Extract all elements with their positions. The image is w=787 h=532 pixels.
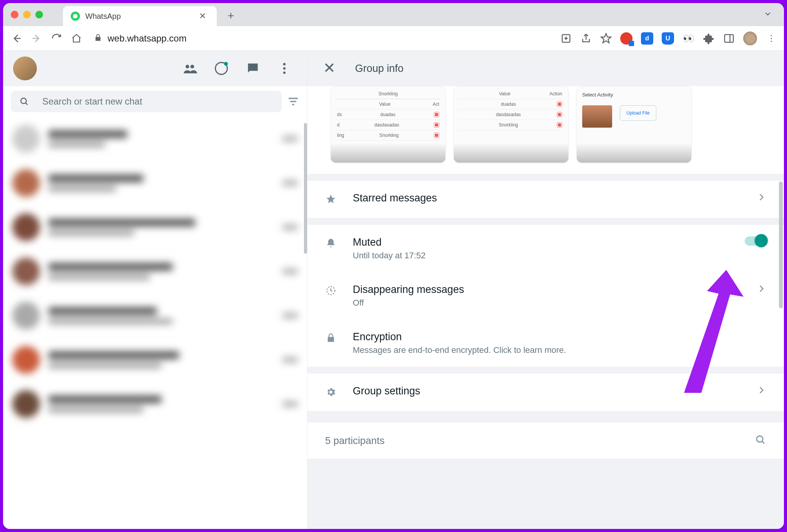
extension-icon-1[interactable] xyxy=(620,32,633,45)
browser-menu-button[interactable]: ⋮ xyxy=(765,33,777,44)
row-label: Muted xyxy=(353,236,729,248)
browser-tab[interactable]: WhatsApp ✕ xyxy=(63,6,217,26)
search-placeholder: Search or start new chat xyxy=(42,96,142,107)
svg-rect-4 xyxy=(725,35,734,42)
lock-icon xyxy=(94,33,102,43)
url-text: web.whatsapp.com xyxy=(108,33,186,44)
extension-icon-4[interactable]: 👀 xyxy=(682,32,695,45)
search-input[interactable]: Search or start new chat xyxy=(11,91,282,112)
svg-point-11 xyxy=(21,98,26,103)
chevron-right-icon xyxy=(756,192,766,204)
search-icon xyxy=(19,96,29,106)
row-label: Starred messages xyxy=(353,192,740,204)
address-bar: web.whatsapp.com d U 👀 ⋮ xyxy=(3,26,784,51)
install-app-icon[interactable] xyxy=(560,33,572,44)
svg-point-9 xyxy=(283,67,286,70)
share-icon[interactable] xyxy=(580,33,592,44)
new-tab-button[interactable]: + xyxy=(227,9,234,22)
home-button[interactable] xyxy=(70,32,83,45)
window-controls xyxy=(11,11,43,18)
row-subtitle: Until today at 17:52 xyxy=(353,251,729,261)
media-thumbnail[interactable]: Snorkling ValueAct dsduadas ddasdasadas … xyxy=(330,86,446,163)
chevron-right-icon xyxy=(756,385,766,397)
chat-list-panel: Search or start new chat xyxy=(3,51,307,529)
starred-messages-row[interactable]: Starred messages xyxy=(307,181,784,218)
close-window-button[interactable] xyxy=(11,11,18,18)
side-panel-icon[interactable] xyxy=(723,33,735,44)
participants-row[interactable]: 5 participants xyxy=(307,418,784,459)
user-avatar[interactable] xyxy=(13,57,37,80)
url-bar[interactable]: web.whatsapp.com xyxy=(94,33,186,44)
search-row: Search or start new chat xyxy=(3,86,307,117)
row-subtitle: Messages are end-to-end encrypted. Click… xyxy=(353,345,766,355)
bookmark-star-icon[interactable] xyxy=(600,33,612,44)
tab-title: WhatsApp xyxy=(85,12,191,21)
svg-line-21 xyxy=(762,441,764,444)
whatsapp-favicon xyxy=(71,12,80,21)
extensions-button[interactable] xyxy=(703,33,715,44)
group-info-panel: Group info Snorkling ValueAct dsduadas d… xyxy=(307,51,784,529)
svg-marker-3 xyxy=(601,33,611,43)
new-chat-icon[interactable] xyxy=(246,61,260,76)
extension-icon-2[interactable]: d xyxy=(641,32,653,45)
communities-icon[interactable] xyxy=(183,61,197,76)
svg-line-12 xyxy=(25,103,27,105)
row-label: Disappearing messages xyxy=(353,284,740,296)
row-subtitle: Off xyxy=(353,298,740,308)
search-participants-icon[interactable] xyxy=(755,434,766,447)
tabs-dropdown-button[interactable] xyxy=(763,9,772,20)
gear-icon xyxy=(325,387,337,397)
forward-button[interactable] xyxy=(30,32,43,45)
chat-list[interactable] xyxy=(3,117,307,529)
browser-window: WhatsApp ✕ + web.whatsapp.com xyxy=(3,3,784,529)
filter-icon[interactable] xyxy=(287,95,299,108)
svg-marker-18 xyxy=(326,195,335,203)
minimize-window-button[interactable] xyxy=(23,11,31,18)
star-icon xyxy=(325,194,337,204)
panel-title: Group info xyxy=(355,63,403,75)
row-label: Group settings xyxy=(353,385,740,397)
app-content: Search or start new chat xyxy=(3,51,784,529)
bell-icon xyxy=(325,238,337,249)
chevron-right-icon xyxy=(756,284,766,295)
muted-row[interactable]: Muted Until today at 17:52 xyxy=(307,225,784,272)
tab-strip: WhatsApp ✕ + xyxy=(3,3,784,26)
lock-icon xyxy=(325,332,337,343)
encryption-row[interactable]: Encryption Messages are end-to-end encry… xyxy=(307,319,784,367)
svg-point-6 xyxy=(186,65,189,69)
reload-button[interactable] xyxy=(50,32,63,45)
disappearing-messages-row[interactable]: Disappearing messages Off xyxy=(307,272,784,319)
svg-point-10 xyxy=(283,71,286,74)
media-thumbnail[interactable]: ValueAction duadas dasdasadas Snorkling xyxy=(453,86,569,163)
back-button[interactable] xyxy=(10,32,23,45)
panel-scroll[interactable]: Snorkling ValueAct dsduadas ddasdasadas … xyxy=(307,86,784,529)
maximize-window-button[interactable] xyxy=(35,11,43,18)
menu-icon[interactable] xyxy=(277,61,292,76)
close-tab-button[interactable]: ✕ xyxy=(196,10,209,23)
chat-list-scrollbar[interactable] xyxy=(304,123,307,254)
svg-point-7 xyxy=(191,65,194,69)
left-header xyxy=(3,51,307,86)
svg-point-20 xyxy=(757,436,763,442)
close-panel-button[interactable] xyxy=(323,61,336,76)
timer-icon xyxy=(325,285,337,296)
participants-count: 5 participants xyxy=(325,435,385,447)
profile-avatar[interactable] xyxy=(743,32,757,45)
extension-icon-3[interactable]: U xyxy=(662,32,674,45)
status-icon[interactable] xyxy=(214,61,229,76)
row-label: Encryption xyxy=(353,331,766,343)
svg-point-8 xyxy=(283,63,286,65)
toolbar-icons: d U 👀 ⋮ xyxy=(560,32,777,45)
media-thumbnail[interactable]: Select Activity Upload File xyxy=(576,86,692,163)
group-settings-row[interactable]: Group settings xyxy=(307,374,784,411)
panel-header: Group info xyxy=(307,51,784,86)
mute-toggle[interactable] xyxy=(745,236,766,246)
media-thumbnails: Snorkling ValueAct dsduadas ddasdasadas … xyxy=(307,86,784,174)
panel-scrollbar[interactable] xyxy=(779,181,783,308)
